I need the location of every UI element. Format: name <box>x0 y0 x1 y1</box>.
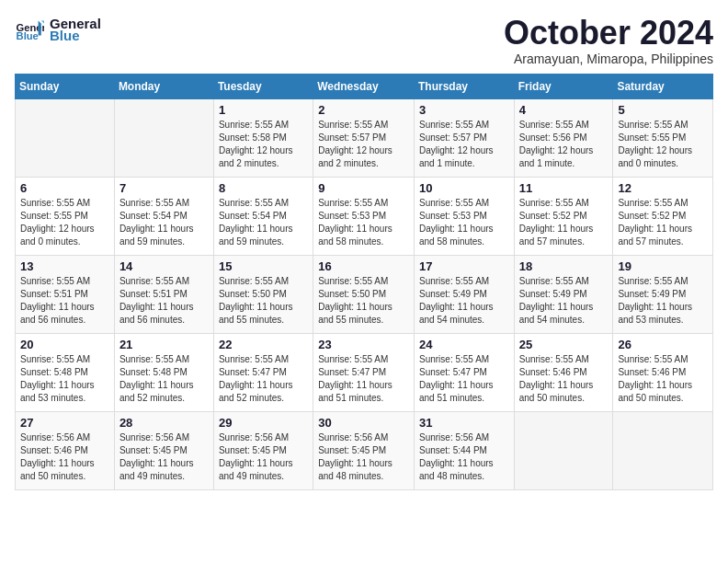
day-info: Sunrise: 5:55 AM Sunset: 5:47 PM Dayligh… <box>219 353 308 405</box>
day-number: 13 <box>20 259 109 273</box>
calendar-cell: 10Sunrise: 5:55 AM Sunset: 5:53 PM Dayli… <box>414 177 514 255</box>
day-info: Sunrise: 5:56 AM Sunset: 5:44 PM Dayligh… <box>419 431 509 483</box>
calendar-cell <box>613 411 713 489</box>
day-number: 30 <box>318 416 409 430</box>
day-info: Sunrise: 5:56 AM Sunset: 5:45 PM Dayligh… <box>119 431 209 483</box>
title-block: October 2024 Aramayuan, Mimaropa, Philip… <box>504 15 713 66</box>
weekday-header: Sunday <box>16 74 115 98</box>
day-info: Sunrise: 5:55 AM Sunset: 5:50 PM Dayligh… <box>318 275 409 327</box>
weekday-header: Thursday <box>414 74 514 98</box>
calendar-cell: 7Sunrise: 5:55 AM Sunset: 5:54 PM Daylig… <box>114 177 213 255</box>
day-number: 31 <box>419 416 509 430</box>
calendar-cell: 6Sunrise: 5:55 AM Sunset: 5:55 PM Daylig… <box>16 177 115 255</box>
day-number: 23 <box>318 338 409 351</box>
day-info: Sunrise: 5:55 AM Sunset: 5:54 PM Dayligh… <box>119 197 209 248</box>
day-number: 5 <box>618 103 708 117</box>
page-header: General Blue General Blue October 2024 A… <box>15 15 713 66</box>
weekday-header: Tuesday <box>213 74 313 98</box>
day-info: Sunrise: 5:55 AM Sunset: 5:53 PM Dayligh… <box>318 197 409 248</box>
day-number: 14 <box>119 259 209 273</box>
calendar-cell: 4Sunrise: 5:55 AM Sunset: 5:56 PM Daylig… <box>514 98 613 177</box>
day-info: Sunrise: 5:55 AM Sunset: 5:48 PM Dayligh… <box>119 353 209 405</box>
calendar-week-row: 27Sunrise: 5:56 AM Sunset: 5:46 PM Dayli… <box>16 411 713 489</box>
calendar-cell: 29Sunrise: 5:56 AM Sunset: 5:45 PM Dayli… <box>213 411 313 489</box>
day-number: 24 <box>419 338 509 351</box>
day-number: 17 <box>419 259 509 273</box>
day-info: Sunrise: 5:55 AM Sunset: 5:46 PM Dayligh… <box>618 353 708 405</box>
day-number: 27 <box>20 416 109 430</box>
day-number: 29 <box>219 416 308 430</box>
day-number: 28 <box>119 416 209 430</box>
calendar-cell <box>16 98 115 177</box>
weekday-header: Monday <box>114 74 213 98</box>
calendar-cell: 18Sunrise: 5:55 AM Sunset: 5:49 PM Dayli… <box>514 255 613 333</box>
day-info: Sunrise: 5:55 AM Sunset: 5:52 PM Dayligh… <box>519 197 609 248</box>
svg-text:Blue: Blue <box>17 30 39 41</box>
location: Aramayuan, Mimaropa, Philippines <box>504 52 713 66</box>
calendar-cell: 15Sunrise: 5:55 AM Sunset: 5:50 PM Dayli… <box>213 255 313 333</box>
calendar-table: SundayMondayTuesdayWednesdayThursdayFrid… <box>15 74 713 490</box>
calendar-week-row: 13Sunrise: 5:55 AM Sunset: 5:51 PM Dayli… <box>16 255 713 333</box>
calendar-cell: 13Sunrise: 5:55 AM Sunset: 5:51 PM Dayli… <box>16 255 115 333</box>
day-number: 19 <box>618 259 708 273</box>
calendar-cell <box>114 98 213 177</box>
day-info: Sunrise: 5:55 AM Sunset: 5:47 PM Dayligh… <box>318 353 409 405</box>
day-info: Sunrise: 5:56 AM Sunset: 5:46 PM Dayligh… <box>20 431 109 483</box>
calendar-cell <box>514 411 613 489</box>
day-number: 9 <box>318 181 409 195</box>
day-info: Sunrise: 5:55 AM Sunset: 5:54 PM Dayligh… <box>219 197 308 248</box>
day-number: 3 <box>419 103 509 117</box>
calendar-cell: 28Sunrise: 5:56 AM Sunset: 5:45 PM Dayli… <box>114 411 213 489</box>
day-info: Sunrise: 5:55 AM Sunset: 5:49 PM Dayligh… <box>419 275 509 327</box>
calendar-cell: 14Sunrise: 5:55 AM Sunset: 5:51 PM Dayli… <box>114 255 213 333</box>
calendar-cell: 19Sunrise: 5:55 AM Sunset: 5:49 PM Dayli… <box>613 255 713 333</box>
calendar-week-row: 20Sunrise: 5:55 AM Sunset: 5:48 PM Dayli… <box>16 333 713 411</box>
day-info: Sunrise: 5:55 AM Sunset: 5:47 PM Dayligh… <box>419 353 509 405</box>
day-info: Sunrise: 5:55 AM Sunset: 5:53 PM Dayligh… <box>419 197 509 248</box>
calendar-cell: 16Sunrise: 5:55 AM Sunset: 5:50 PM Dayli… <box>313 255 415 333</box>
day-info: Sunrise: 5:55 AM Sunset: 5:58 PM Dayligh… <box>219 119 308 170</box>
calendar-cell: 3Sunrise: 5:55 AM Sunset: 5:57 PM Daylig… <box>414 98 514 177</box>
month-title: October 2024 <box>504 15 713 52</box>
day-info: Sunrise: 5:55 AM Sunset: 5:55 PM Dayligh… <box>20 197 109 248</box>
calendar-cell: 1Sunrise: 5:55 AM Sunset: 5:58 PM Daylig… <box>213 98 313 177</box>
calendar-cell: 5Sunrise: 5:55 AM Sunset: 5:55 PM Daylig… <box>613 98 713 177</box>
day-number: 25 <box>519 338 609 351</box>
calendar-cell: 12Sunrise: 5:55 AM Sunset: 5:52 PM Dayli… <box>613 177 713 255</box>
day-number: 26 <box>618 338 708 351</box>
weekday-header: Saturday <box>613 74 713 98</box>
day-number: 18 <box>519 259 609 273</box>
day-info: Sunrise: 5:55 AM Sunset: 5:56 PM Dayligh… <box>519 119 609 170</box>
calendar-cell: 22Sunrise: 5:55 AM Sunset: 5:47 PM Dayli… <box>213 333 313 411</box>
day-info: Sunrise: 5:55 AM Sunset: 5:49 PM Dayligh… <box>618 275 708 327</box>
day-number: 20 <box>20 338 109 351</box>
day-number: 11 <box>519 181 609 195</box>
day-number: 21 <box>119 338 209 351</box>
day-info: Sunrise: 5:55 AM Sunset: 5:55 PM Dayligh… <box>618 119 708 170</box>
day-info: Sunrise: 5:55 AM Sunset: 5:57 PM Dayligh… <box>318 119 409 170</box>
day-number: 15 <box>219 259 308 273</box>
day-number: 4 <box>519 103 609 117</box>
calendar-week-row: 6Sunrise: 5:55 AM Sunset: 5:55 PM Daylig… <box>16 177 713 255</box>
day-info: Sunrise: 5:55 AM Sunset: 5:57 PM Dayligh… <box>419 119 509 170</box>
calendar-cell: 8Sunrise: 5:55 AM Sunset: 5:54 PM Daylig… <box>213 177 313 255</box>
calendar-cell: 9Sunrise: 5:55 AM Sunset: 5:53 PM Daylig… <box>313 177 415 255</box>
weekday-header: Wednesday <box>313 74 415 98</box>
day-number: 16 <box>318 259 409 273</box>
day-number: 1 <box>219 103 308 117</box>
calendar-cell: 11Sunrise: 5:55 AM Sunset: 5:52 PM Dayli… <box>514 177 613 255</box>
day-number: 8 <box>219 181 308 195</box>
day-number: 12 <box>618 181 708 195</box>
day-info: Sunrise: 5:55 AM Sunset: 5:51 PM Dayligh… <box>119 275 209 327</box>
day-number: 6 <box>20 181 109 195</box>
day-number: 7 <box>119 181 209 195</box>
calendar-cell: 2Sunrise: 5:55 AM Sunset: 5:57 PM Daylig… <box>313 98 415 177</box>
day-number: 2 <box>318 103 409 117</box>
day-info: Sunrise: 5:55 AM Sunset: 5:46 PM Dayligh… <box>519 353 609 405</box>
day-info: Sunrise: 5:55 AM Sunset: 5:50 PM Dayligh… <box>219 275 308 327</box>
calendar-cell: 27Sunrise: 5:56 AM Sunset: 5:46 PM Dayli… <box>16 411 115 489</box>
calendar-cell: 20Sunrise: 5:55 AM Sunset: 5:48 PM Dayli… <box>16 333 115 411</box>
day-number: 10 <box>419 181 509 195</box>
calendar-cell: 31Sunrise: 5:56 AM Sunset: 5:44 PM Dayli… <box>414 411 514 489</box>
calendar-cell: 23Sunrise: 5:55 AM Sunset: 5:47 PM Dayli… <box>313 333 415 411</box>
